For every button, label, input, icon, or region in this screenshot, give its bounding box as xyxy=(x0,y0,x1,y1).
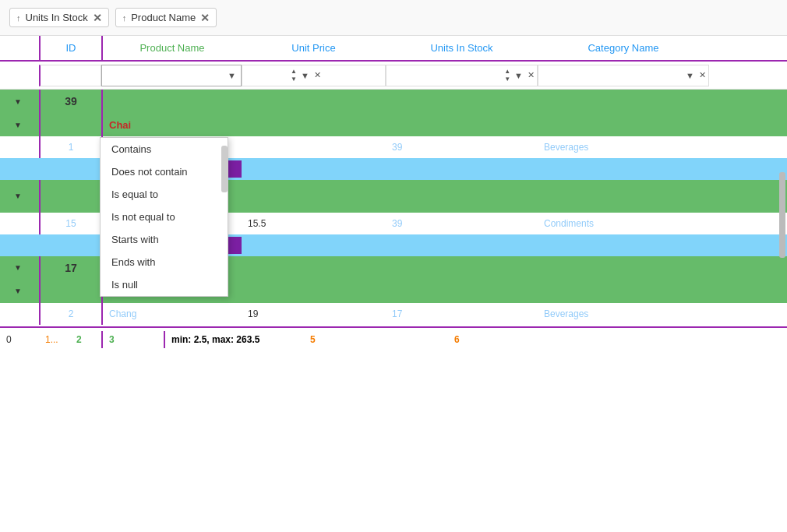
detail-category-chang: Beverages xyxy=(538,303,709,325)
sort-tag-product[interactable]: ↑ Product Name ✕ xyxy=(115,8,217,27)
arrow-down-icon: ▼ xyxy=(14,121,22,129)
col-expand-header xyxy=(0,36,39,60)
dropdown-item-isnotequal[interactable]: Is not equal to xyxy=(101,206,228,228)
app-container: ↑ Units In Stock ✕ ↑ Product Name ✕ ID P… xyxy=(0,0,787,351)
group2-stock-genen xyxy=(386,180,538,213)
filter-product-cell[interactable]: ▼ ✕ xyxy=(101,65,242,86)
arrow-down-icon: ▼ xyxy=(14,192,22,200)
table-row: ▼ Chai xyxy=(0,113,787,136)
filter-category-cell: ▼ ✕ xyxy=(538,65,709,86)
filter-category-icon[interactable]: ▼ xyxy=(683,69,697,82)
group2-price-chai xyxy=(242,113,386,136)
table: ID Product Name Unit Price Units In Stoc… xyxy=(0,36,787,351)
detail-id-chang: 2 xyxy=(39,303,101,325)
col-price-header: Unit Price xyxy=(242,36,386,60)
group2-toggle-chai[interactable]: ▼ xyxy=(0,113,39,136)
detail-expand-genen xyxy=(0,213,39,234)
group2-category-chang xyxy=(538,280,709,303)
dropdown-item-startswith[interactable]: Starts with xyxy=(101,228,228,251)
filter-stock-icon[interactable]: ▼ xyxy=(512,69,525,82)
price-spin-down[interactable]: ▼ xyxy=(289,76,298,83)
arrow-down-icon: ▼ xyxy=(14,97,22,106)
dropdown-item-doesnotcontain[interactable]: Does not contain xyxy=(101,160,228,183)
clear-price-filter[interactable]: ✕ xyxy=(312,69,323,82)
group1-id-17: 17 xyxy=(39,256,101,280)
stock-spinners: ▲ ▼ xyxy=(503,68,512,83)
detail-stock-chai: 39 xyxy=(386,136,538,158)
group2-id-genen xyxy=(39,180,101,213)
group2-id-chang xyxy=(39,280,101,303)
detail-stock-genen: 39 xyxy=(386,213,538,234)
filter-product-input[interactable] xyxy=(102,69,225,83)
dropdown-item-contains[interactable]: Contains xyxy=(101,138,228,160)
sort-tag-units-close[interactable]: ✕ xyxy=(93,12,102,23)
price-spinners: ▲ ▼ xyxy=(289,68,298,83)
dropdown-scrollbar xyxy=(221,138,228,296)
dropdown-item-endswith[interactable]: Ends with xyxy=(101,251,228,273)
group2-category-chai xyxy=(538,113,709,136)
filter-price-cell: ▲ ▼ ▼ ✕ xyxy=(242,65,386,86)
group1-toggle-17[interactable]: ▼ xyxy=(0,256,39,280)
filter-dropdown[interactable]: Contains Does not contain Is equal to Is… xyxy=(100,137,228,297)
group2-stock-chang xyxy=(386,280,538,303)
stock-spin-up[interactable]: ▲ xyxy=(503,68,512,76)
col-id-header: ID xyxy=(39,36,101,60)
dropdown-item-isequal[interactable]: Is equal to xyxy=(101,183,228,206)
footer-col2: 2 xyxy=(70,331,101,348)
filter-product-icon[interactable]: ▼ xyxy=(225,69,238,82)
group1-stock-17 xyxy=(386,256,538,280)
group2-price-chang xyxy=(242,280,386,303)
filter-stock-input[interactable] xyxy=(386,69,503,83)
vertical-scrollbar[interactable] xyxy=(779,172,785,258)
group2-stock-chai xyxy=(386,113,538,136)
stock-spin-down[interactable]: ▼ xyxy=(503,76,512,83)
group1-stock-39 xyxy=(386,90,538,113)
footer-col5: 5 xyxy=(304,331,448,348)
detail-category-genen: Condiments xyxy=(538,213,709,234)
group2-price-genen xyxy=(242,180,386,213)
clear-category-filter[interactable]: ✕ xyxy=(697,69,708,82)
group2-id-chai xyxy=(39,113,101,136)
filter-id-cell xyxy=(39,65,101,86)
sort-tag-product-label: Product Name xyxy=(131,12,196,23)
footer-col1[interactable]: 1... xyxy=(39,331,70,348)
footer-col0: 0 xyxy=(0,331,39,348)
footer-row: 0 1... 2 3 min: 2.5, max: 263.5 5 6 xyxy=(0,326,787,351)
detail-expand-chai xyxy=(0,136,39,158)
detail-category-chai: Beverages xyxy=(538,136,709,158)
filter-price-input[interactable] xyxy=(242,69,289,83)
sort-arrow-product: ↑ xyxy=(122,13,127,23)
col-category-header: Category Name xyxy=(538,36,709,60)
group1-category-39 xyxy=(538,90,709,113)
group2-toggle-genen[interactable]: ▼ xyxy=(0,180,39,213)
table-header: ID Product Name Unit Price Units In Stoc… xyxy=(0,36,787,62)
group2-category-genen xyxy=(538,180,709,213)
sort-tag-units-label: Units In Stock xyxy=(26,12,88,23)
filter-price-icon[interactable]: ▼ xyxy=(298,69,312,82)
filter-category-input[interactable] xyxy=(538,69,683,83)
detail-stock-chang: 17 xyxy=(386,303,538,325)
group1-toggle-39[interactable]: ▼ xyxy=(0,90,39,113)
table-row: ▼ 39 xyxy=(0,90,787,113)
arrow-down-icon: ▼ xyxy=(14,287,22,295)
table-row: 2 Chang 19 17 Beverages xyxy=(0,303,787,325)
sort-tag-product-close[interactable]: ✕ xyxy=(200,12,210,23)
group2-toggle-chang[interactable]: ▼ xyxy=(0,280,39,303)
dropdown-item-isnull[interactable]: Is null xyxy=(101,273,228,296)
sort-tags-bar: ↑ Units In Stock ✕ ↑ Product Name ✕ xyxy=(0,0,787,36)
footer-col4: min: 2.5, max: 263.5 xyxy=(164,331,304,348)
detail-price-chai xyxy=(242,136,386,158)
group1-product-39 xyxy=(101,90,242,113)
col-product-header: Product Name xyxy=(101,36,242,60)
dropdown-scrollbar-thumb xyxy=(221,146,228,192)
detail-id-genen: 15 xyxy=(39,213,101,234)
clear-stock-filter[interactable]: ✕ xyxy=(525,69,537,82)
arrow-down-icon: ▼ xyxy=(14,263,22,272)
filter-row: ▼ ✕ ▲ ▼ ▼ ✕ ▲ ▼ ▼ ✕ xyxy=(0,62,787,90)
sort-arrow-units: ↑ xyxy=(16,13,21,23)
price-spin-up[interactable]: ▲ xyxy=(289,68,298,76)
group1-price-39 xyxy=(242,90,386,113)
group1-category-17 xyxy=(538,256,709,280)
sort-tag-units[interactable]: ↑ Units In Stock ✕ xyxy=(9,8,109,27)
filter-stock-cell: ▲ ▼ ▼ ✕ xyxy=(386,65,538,86)
